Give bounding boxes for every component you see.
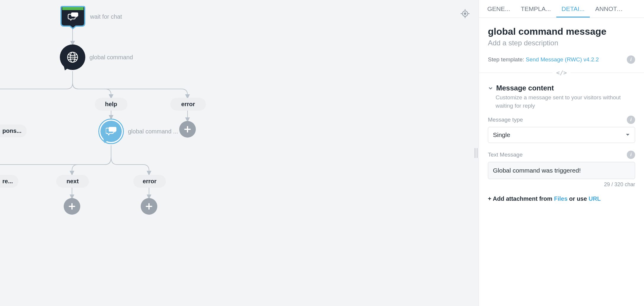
svg-marker-16 <box>626 134 629 136</box>
add-step-button[interactable] <box>141 198 157 215</box>
panel-resize-handle[interactable] <box>475 148 478 158</box>
branch-re[interactable]: re... <box>0 175 18 188</box>
branch-error[interactable]: error <box>170 98 206 111</box>
info-icon[interactable]: i <box>627 116 635 124</box>
text-message-label: Text Message <box>488 152 523 158</box>
caret-down-icon <box>625 131 630 138</box>
step-description-input[interactable]: Add a step description <box>488 39 635 47</box>
branch-help[interactable]: help <box>95 98 127 111</box>
step-title[interactable]: global command message <box>488 26 635 37</box>
node-global-command-message[interactable]: global command ... <box>98 119 178 144</box>
branch-error-2[interactable]: error <box>133 175 166 188</box>
tab-general[interactable]: GENE... <box>482 0 515 17</box>
info-icon[interactable]: i <box>627 151 635 159</box>
text-message-input[interactable] <box>488 162 635 179</box>
globe-icon <box>60 44 85 70</box>
message-type-select[interactable]: Single <box>488 127 635 143</box>
node-label: wait for chat <box>90 13 122 20</box>
chevron-down-icon[interactable] <box>488 85 493 91</box>
message-icon <box>100 121 122 142</box>
info-icon[interactable]: i <box>627 55 635 64</box>
node-label: global command ... <box>128 128 178 135</box>
add-step-button[interactable] <box>179 121 196 138</box>
section-message-content: Message content <box>496 84 554 92</box>
tab-details[interactable]: DETAI... <box>556 0 590 17</box>
flow-canvas[interactable]: wait for chat global command pons... re.… <box>0 0 479 306</box>
code-icon: </> <box>556 69 567 76</box>
code-divider: </> <box>479 69 644 76</box>
char-counter: 29 / 320 char <box>488 181 635 188</box>
branch-next[interactable]: next <box>56 175 89 188</box>
message-type-label: Message type <box>488 117 523 123</box>
attach-files-link[interactable]: Files <box>554 195 568 202</box>
panel-tabs: GENE... TEMPLA... DETAI... ANNOTATI... <box>479 0 644 18</box>
svg-point-11 <box>464 13 466 15</box>
node-global-command[interactable]: global command <box>60 44 133 70</box>
section-description: Customize a message sent to your visitor… <box>496 93 635 110</box>
inspector-panel: GENE... TEMPLA... DETAI... ANNOTATI... g… <box>479 0 644 306</box>
add-step-button[interactable] <box>64 198 80 215</box>
tab-templates[interactable]: TEMPLA... <box>515 0 556 17</box>
node-label: global command <box>89 54 133 61</box>
node-wait-for-chat[interactable]: wait for chat <box>60 5 122 28</box>
template-link[interactable]: Send Message (RWC) v4.2.2 <box>526 56 599 63</box>
attachment-row: + Add attachment from Files or use URL <box>488 195 635 202</box>
svg-rect-0 <box>62 7 84 10</box>
tab-annotations[interactable]: ANNOTATI... <box>590 0 631 17</box>
recenter-button[interactable] <box>460 8 470 19</box>
branch-pons[interactable]: pons... <box>0 125 27 137</box>
attach-url-link[interactable]: URL <box>589 195 601 202</box>
template-label: Step template: <box>488 56 526 63</box>
